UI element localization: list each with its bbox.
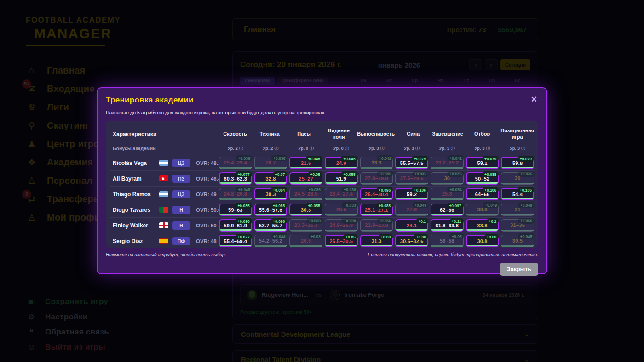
academy-bonus-level: Ур. 0ⓘ (289, 146, 322, 152)
player-ovr: OVR: 46.4 (196, 176, 221, 181)
info-icon: ⓘ (415, 146, 420, 151)
progress-bar (290, 167, 322, 168)
attribute-cell-1-5[interactable]: 27.6–29.6 +0.045 (395, 172, 428, 185)
attribute-cell-3-5[interactable]: 27.9 +0.049 (395, 204, 428, 216)
progress-bar (361, 214, 392, 215)
info-icon: ⓘ (310, 146, 314, 151)
attribute-cell-0-5[interactable]: 55.5–57.5 +0.079 (395, 157, 428, 169)
attribute-cell-0-3[interactable]: 24.9 +0.045 (325, 157, 358, 169)
attribute-cell-5-5[interactable]: 30.6–32.6 +0.08 (395, 235, 428, 247)
attribute-cell-4-5[interactable]: 24.1 +0.1 (395, 219, 428, 232)
bonus-badge: +0.08 (414, 234, 428, 240)
attribute-column-header: Сила (397, 131, 429, 137)
academy-bonus-level: Ур. 2ⓘ (219, 146, 252, 152)
attribute-cell-3-2[interactable]: 30.3 +0.055 (289, 204, 322, 216)
attribute-cell-0-2[interactable]: 21.5 +0.045 (289, 157, 322, 169)
attribute-cell-3-6[interactable]: 62–66 +0.097 (431, 204, 464, 216)
close-icon[interactable]: ✕ (531, 95, 537, 104)
bonus-badge: +0.036 (306, 187, 323, 192)
progress-bar (326, 167, 357, 168)
attribute-cell-1-6[interactable]: 30 +0.045 (431, 172, 464, 185)
attribute-cell-4-2[interactable]: 23.3–25.3 +0.038 (289, 219, 322, 232)
bonus-badge: +0.05 (308, 171, 322, 177)
attribute-cell-2-5[interactable]: 59.2 +0.106 (395, 188, 428, 200)
modal-title: Тренировка академии (106, 96, 538, 105)
bonus-badge: +0.1 (487, 218, 499, 224)
attribute-cell-4-6[interactable]: 61.8–63.8 +0.11 (431, 219, 464, 232)
attribute-column-header: Завершение (431, 131, 464, 137)
attribute-cell-2-8[interactable]: 54.4 +0.106 (501, 188, 534, 200)
attribute-cell-2-0[interactable]: 24.8–26.8 +0.048 (219, 188, 252, 200)
attribute-cell-3-8[interactable]: 31 +0.049 (501, 204, 534, 216)
attribute-cell-3-3[interactable]: 28.5 +0.033 (325, 204, 358, 216)
player-row: Finley Walker Н OVR: 50 59.9–61.9 +0.096… (110, 217, 534, 233)
bonus-badge: +0.038 (341, 218, 358, 224)
attribute-cell-0-1[interactable]: 26.7 +0.036 (254, 157, 288, 169)
attribute-cell-3-7[interactable]: 30.8 +0.049 (466, 204, 499, 216)
player-ovr: OVR: 50 (196, 223, 217, 228)
attribute-cell-2-3[interactable]: 23.4–27.4 +0.036 (325, 188, 358, 200)
bonus-badge: +0.079 (482, 156, 499, 162)
player-name: Sergio Díaz (113, 238, 155, 244)
attribute-cell-1-4[interactable]: 27.8–29.8 +0.045 (360, 172, 393, 185)
attribute-cell-3-4[interactable]: 25.1–27.1 +0.088 (360, 204, 393, 216)
attribute-cell-0-8[interactable]: 59.8 +0.079 (501, 157, 534, 169)
bonus-badge: +0.079 (412, 156, 428, 162)
attribute-cell-0-6[interactable]: 23.2–25.2 +0.041 (431, 157, 464, 169)
bonus-badge: +0.056 (518, 218, 535, 224)
info-icon: ⓘ (239, 146, 243, 151)
attribute-cell-0-4[interactable]: 33.3 +0.041 (360, 157, 393, 169)
attribute-cell-1-7[interactable]: 50–52 +0.088 (466, 172, 499, 185)
table-header-row: ХарактеристикиСкоростьТехникаПасыВидение… (110, 124, 534, 144)
attribute-cell-1-2[interactable]: 25–27 +0.05 (289, 172, 322, 185)
attribute-cell-1-8[interactable]: 30 +0.045 (501, 172, 534, 185)
progress-bar (361, 245, 392, 246)
bonus-badge: +0.106 (482, 187, 499, 193)
bonus-badge: +0.041 (377, 155, 393, 161)
academy-bonus-level: Ур. 3ⓘ (501, 146, 534, 152)
attribute-column-header: Выносливость (357, 131, 395, 137)
attribute-cell-4-0[interactable]: 59.9–61.9 +0.096 (219, 219, 252, 232)
academy-bonus-row: Бонусы академииУр. 2ⓘУр. 2ⓘУр. 0ⓘУр. 0ⓘУ… (110, 144, 534, 153)
attribute-cell-1-3[interactable]: 51.9 +0.055 (325, 172, 358, 185)
progress-bar (431, 198, 463, 200)
attribute-cell-5-6[interactable]: 56–58 +0.05 (431, 235, 464, 247)
attribute-cell-4-7[interactable]: 33.8 +0.1 (466, 219, 499, 232)
attribute-cell-4-3[interactable]: 24.9–26.9 +0.038 (325, 219, 358, 232)
attribute-cell-2-6[interactable]: 25.3 +0.054 (431, 188, 464, 200)
attribute-cell-5-8[interactable]: 30.5 +0.045 (501, 235, 534, 247)
bonus-badge: +0.096 (235, 218, 252, 224)
attribute-cell-0-7[interactable]: 59.1 +0.079 (466, 157, 499, 169)
attribute-cell-2-7[interactable]: 64–66 +0.106 (466, 188, 499, 200)
player-row: Nicolás Vega ЦЗ OVR: 48.1 25.4–29.4 +0.0… (110, 155, 534, 170)
progress-bar (219, 198, 252, 200)
attribute-cell-5-3[interactable]: 26.5–30.5 +0.05 (325, 235, 358, 247)
progress-bar (396, 183, 428, 184)
progress-bar (502, 198, 533, 199)
attribute-cell-5-1[interactable]: 54.2–56.2 +0.044 (254, 235, 288, 247)
attribute-cell-3-1[interactable]: 55.6–57.6 +0.085 (254, 204, 288, 216)
close-button[interactable]: Закрыть (500, 263, 538, 276)
attribute-cell-5-7[interactable]: 30.8 +0.08 (466, 235, 499, 247)
attribute-cell-0-0[interactable]: 25.4–29.4 +0.036 (219, 157, 252, 169)
attribute-cell-2-2[interactable]: 24.5–28.5 +0.036 (289, 188, 322, 200)
attribute-cell-5-4[interactable]: 31.3 +0.08 (360, 235, 393, 247)
attribute-cell-4-8[interactable]: 31–35 +0.056 (501, 219, 534, 232)
attribute-cell-1-0[interactable]: 60.3–62.3 +0.077 (219, 172, 252, 185)
bonus-badge: +0.079 (518, 156, 534, 162)
attribute-cell-4-1[interactable]: 53.7–55.7 +0.096 (254, 219, 288, 232)
attribute-cell-4-4[interactable]: 21.8–23.8 +0.056 (360, 219, 393, 232)
academy-bonus-level: Ур. 3ⓘ (360, 146, 393, 152)
attribute-cell-5-0[interactable]: 55.4–59.4 +0.077 (219, 235, 252, 247)
attribute-cell-2-1[interactable]: 30.3 +0.084 (254, 188, 288, 200)
academy-bonus-level: Ур. 3ⓘ (395, 146, 428, 152)
player-name: Nicolás Vega (113, 160, 155, 166)
attribute-column-header: Видение поля (322, 128, 355, 141)
attribute-cell-2-4[interactable]: 26.4–30.4 +0.096 (360, 188, 393, 200)
progress-bar (396, 214, 428, 215)
attribute-cell-3-0[interactable]: 59–63 +0.085 (219, 204, 252, 216)
attribute-cell-1-1[interactable]: 32.8 +0.07 (254, 172, 288, 185)
bonus-badge: +0.08 (484, 234, 499, 240)
attribute-cell-5-2[interactable]: 26.5 +0.03 (289, 235, 322, 247)
hint-deselect-note: Нажмите на активный атрибут, чтобы снять… (106, 252, 226, 257)
